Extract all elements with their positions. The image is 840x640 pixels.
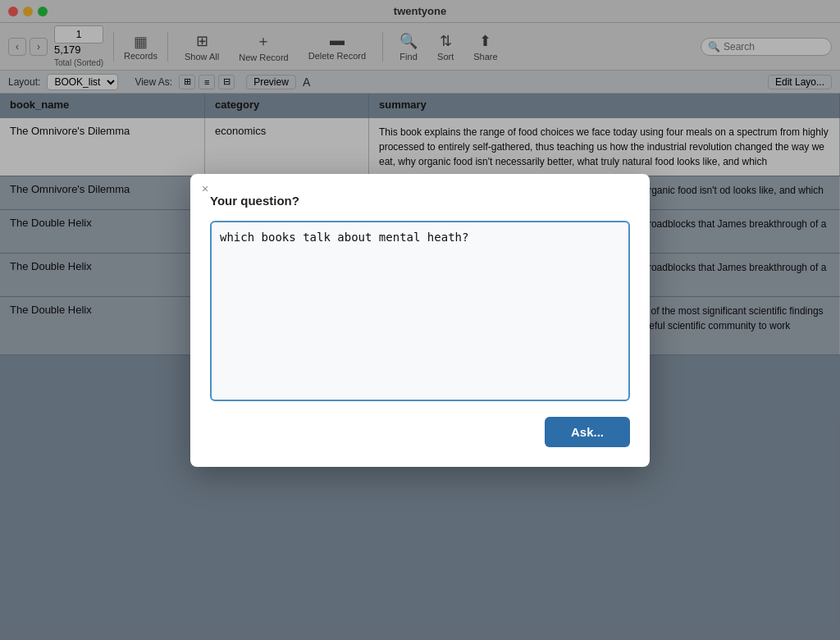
modal-footer: Ask... [210,417,630,447]
modal-dialog: × Your question? Ask... [190,174,650,467]
ask-button[interactable]: Ask... [545,417,630,447]
modal-question-input[interactable] [210,221,630,401]
modal-close-button[interactable]: × [202,182,208,195]
modal-title: Your question? [210,194,630,208]
modal-overlay[interactable]: × Your question? Ask... [0,0,840,640]
